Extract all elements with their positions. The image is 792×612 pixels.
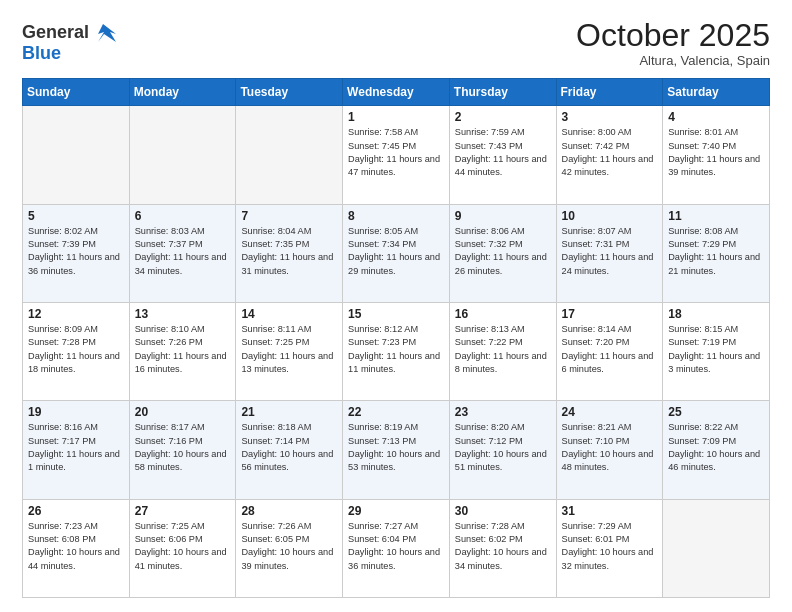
day-number: 9	[455, 209, 551, 223]
day-info: Sunrise: 8:21 AM Sunset: 7:10 PM Dayligh…	[562, 421, 658, 474]
day-info: Sunrise: 8:22 AM Sunset: 7:09 PM Dayligh…	[668, 421, 764, 474]
calendar-cell: 29Sunrise: 7:27 AM Sunset: 6:04 PM Dayli…	[343, 499, 450, 597]
calendar-cell: 21Sunrise: 8:18 AM Sunset: 7:14 PM Dayli…	[236, 401, 343, 499]
calendar-cell: 26Sunrise: 7:23 AM Sunset: 6:08 PM Dayli…	[23, 499, 130, 597]
day-info: Sunrise: 8:01 AM Sunset: 7:40 PM Dayligh…	[668, 126, 764, 179]
day-number: 14	[241, 307, 337, 321]
day-number: 20	[135, 405, 231, 419]
location-subtitle: Altura, Valencia, Spain	[576, 53, 770, 68]
day-info: Sunrise: 8:06 AM Sunset: 7:32 PM Dayligh…	[455, 225, 551, 278]
calendar-cell: 12Sunrise: 8:09 AM Sunset: 7:28 PM Dayli…	[23, 302, 130, 400]
day-number: 2	[455, 110, 551, 124]
day-number: 15	[348, 307, 444, 321]
day-info: Sunrise: 7:29 AM Sunset: 6:01 PM Dayligh…	[562, 520, 658, 573]
calendar-table: Sunday Monday Tuesday Wednesday Thursday…	[22, 78, 770, 598]
day-number: 12	[28, 307, 124, 321]
day-number: 21	[241, 405, 337, 419]
calendar-week-row: 26Sunrise: 7:23 AM Sunset: 6:08 PM Dayli…	[23, 499, 770, 597]
day-info: Sunrise: 8:07 AM Sunset: 7:31 PM Dayligh…	[562, 225, 658, 278]
calendar-week-row: 1Sunrise: 7:58 AM Sunset: 7:45 PM Daylig…	[23, 106, 770, 204]
logo-blue-text: Blue	[22, 43, 61, 63]
day-info: Sunrise: 8:16 AM Sunset: 7:17 PM Dayligh…	[28, 421, 124, 474]
day-info: Sunrise: 7:28 AM Sunset: 6:02 PM Dayligh…	[455, 520, 551, 573]
calendar-cell: 20Sunrise: 8:17 AM Sunset: 7:16 PM Dayli…	[129, 401, 236, 499]
calendar-cell	[129, 106, 236, 204]
calendar-cell: 30Sunrise: 7:28 AM Sunset: 6:02 PM Dayli…	[449, 499, 556, 597]
day-number: 5	[28, 209, 124, 223]
calendar-cell: 6Sunrise: 8:03 AM Sunset: 7:37 PM Daylig…	[129, 204, 236, 302]
calendar-cell: 9Sunrise: 8:06 AM Sunset: 7:32 PM Daylig…	[449, 204, 556, 302]
svg-marker-0	[98, 24, 116, 42]
calendar-week-row: 19Sunrise: 8:16 AM Sunset: 7:17 PM Dayli…	[23, 401, 770, 499]
day-info: Sunrise: 8:15 AM Sunset: 7:19 PM Dayligh…	[668, 323, 764, 376]
header-saturday: Saturday	[663, 79, 770, 106]
day-number: 3	[562, 110, 658, 124]
calendar-cell: 14Sunrise: 8:11 AM Sunset: 7:25 PM Dayli…	[236, 302, 343, 400]
calendar-cell: 25Sunrise: 8:22 AM Sunset: 7:09 PM Dayli…	[663, 401, 770, 499]
day-info: Sunrise: 8:00 AM Sunset: 7:42 PM Dayligh…	[562, 126, 658, 179]
day-number: 1	[348, 110, 444, 124]
day-number: 27	[135, 504, 231, 518]
day-number: 23	[455, 405, 551, 419]
calendar-cell: 17Sunrise: 8:14 AM Sunset: 7:20 PM Dayli…	[556, 302, 663, 400]
calendar-cell: 3Sunrise: 8:00 AM Sunset: 7:42 PM Daylig…	[556, 106, 663, 204]
header-sunday: Sunday	[23, 79, 130, 106]
day-number: 10	[562, 209, 658, 223]
day-number: 6	[135, 209, 231, 223]
calendar-cell: 8Sunrise: 8:05 AM Sunset: 7:34 PM Daylig…	[343, 204, 450, 302]
day-number: 30	[455, 504, 551, 518]
header-friday: Friday	[556, 79, 663, 106]
day-number: 16	[455, 307, 551, 321]
day-number: 19	[28, 405, 124, 419]
day-number: 25	[668, 405, 764, 419]
calendar-cell: 11Sunrise: 8:08 AM Sunset: 7:29 PM Dayli…	[663, 204, 770, 302]
calendar-cell: 16Sunrise: 8:13 AM Sunset: 7:22 PM Dayli…	[449, 302, 556, 400]
calendar-cell: 1Sunrise: 7:58 AM Sunset: 7:45 PM Daylig…	[343, 106, 450, 204]
calendar-cell: 23Sunrise: 8:20 AM Sunset: 7:12 PM Dayli…	[449, 401, 556, 499]
day-info: Sunrise: 8:14 AM Sunset: 7:20 PM Dayligh…	[562, 323, 658, 376]
month-title: October 2025	[576, 18, 770, 53]
header-thursday: Thursday	[449, 79, 556, 106]
day-number: 8	[348, 209, 444, 223]
day-info: Sunrise: 8:03 AM Sunset: 7:37 PM Dayligh…	[135, 225, 231, 278]
calendar-cell: 31Sunrise: 7:29 AM Sunset: 6:01 PM Dayli…	[556, 499, 663, 597]
calendar-cell: 19Sunrise: 8:16 AM Sunset: 7:17 PM Dayli…	[23, 401, 130, 499]
header: General Blue October 2025 Altura, Valenc…	[22, 18, 770, 68]
logo: General Blue	[22, 22, 117, 64]
calendar-cell: 7Sunrise: 8:04 AM Sunset: 7:35 PM Daylig…	[236, 204, 343, 302]
header-wednesday: Wednesday	[343, 79, 450, 106]
calendar-cell: 13Sunrise: 8:10 AM Sunset: 7:26 PM Dayli…	[129, 302, 236, 400]
day-number: 29	[348, 504, 444, 518]
day-info: Sunrise: 8:19 AM Sunset: 7:13 PM Dayligh…	[348, 421, 444, 474]
day-info: Sunrise: 8:11 AM Sunset: 7:25 PM Dayligh…	[241, 323, 337, 376]
day-number: 7	[241, 209, 337, 223]
day-info: Sunrise: 8:17 AM Sunset: 7:16 PM Dayligh…	[135, 421, 231, 474]
calendar-week-row: 5Sunrise: 8:02 AM Sunset: 7:39 PM Daylig…	[23, 204, 770, 302]
day-number: 18	[668, 307, 764, 321]
day-number: 11	[668, 209, 764, 223]
weekday-header-row: Sunday Monday Tuesday Wednesday Thursday…	[23, 79, 770, 106]
calendar-cell	[236, 106, 343, 204]
day-number: 28	[241, 504, 337, 518]
page: General Blue October 2025 Altura, Valenc…	[0, 0, 792, 612]
day-number: 17	[562, 307, 658, 321]
day-info: Sunrise: 8:10 AM Sunset: 7:26 PM Dayligh…	[135, 323, 231, 376]
day-info: Sunrise: 7:25 AM Sunset: 6:06 PM Dayligh…	[135, 520, 231, 573]
calendar-cell	[663, 499, 770, 597]
calendar-cell: 18Sunrise: 8:15 AM Sunset: 7:19 PM Dayli…	[663, 302, 770, 400]
day-info: Sunrise: 8:08 AM Sunset: 7:29 PM Dayligh…	[668, 225, 764, 278]
day-info: Sunrise: 7:58 AM Sunset: 7:45 PM Dayligh…	[348, 126, 444, 179]
calendar-cell: 4Sunrise: 8:01 AM Sunset: 7:40 PM Daylig…	[663, 106, 770, 204]
day-info: Sunrise: 8:04 AM Sunset: 7:35 PM Dayligh…	[241, 225, 337, 278]
day-info: Sunrise: 8:09 AM Sunset: 7:28 PM Dayligh…	[28, 323, 124, 376]
day-info: Sunrise: 7:59 AM Sunset: 7:43 PM Dayligh…	[455, 126, 551, 179]
day-number: 26	[28, 504, 124, 518]
calendar-cell: 15Sunrise: 8:12 AM Sunset: 7:23 PM Dayli…	[343, 302, 450, 400]
day-info: Sunrise: 8:12 AM Sunset: 7:23 PM Dayligh…	[348, 323, 444, 376]
logo-bird-icon	[90, 22, 116, 44]
calendar-cell: 5Sunrise: 8:02 AM Sunset: 7:39 PM Daylig…	[23, 204, 130, 302]
calendar-cell: 27Sunrise: 7:25 AM Sunset: 6:06 PM Dayli…	[129, 499, 236, 597]
header-tuesday: Tuesday	[236, 79, 343, 106]
header-monday: Monday	[129, 79, 236, 106]
day-number: 13	[135, 307, 231, 321]
